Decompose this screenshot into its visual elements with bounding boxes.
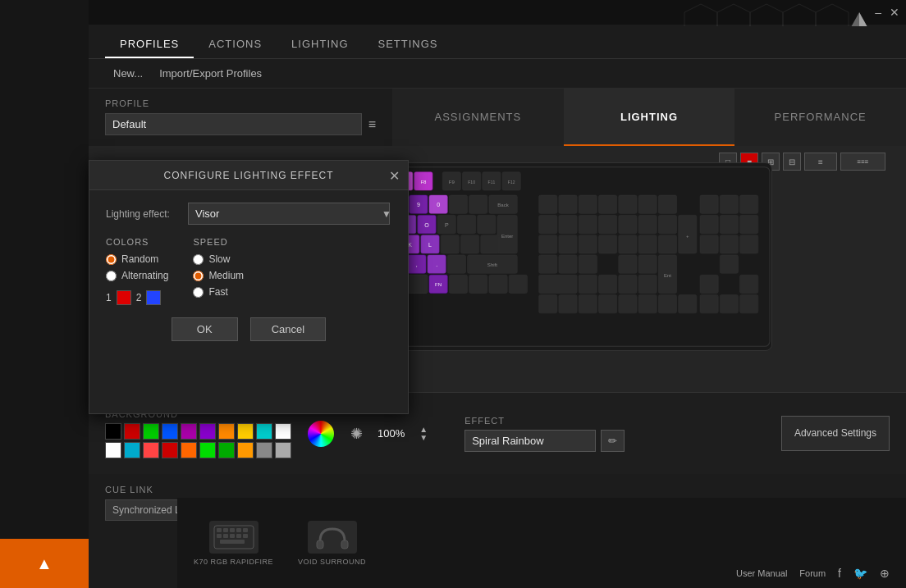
- tab-actions[interactable]: ACTIONS: [194, 31, 277, 58]
- swatch-black[interactable]: [105, 423, 121, 440]
- social3-icon[interactable]: ⊕: [880, 567, 890, 580]
- swatch-white2[interactable]: [105, 442, 121, 458]
- nav-tabs: PROFILES ACTIONS LIGHTING SETTINGS: [89, 26, 906, 59]
- tab-lighting[interactable]: LIGHTING: [277, 31, 363, 58]
- svg-rect-154: [469, 275, 487, 293]
- swatch-darkgreen[interactable]: [218, 442, 235, 458]
- swatch-violet[interactable]: [199, 423, 216, 440]
- svg-rect-224: [236, 534, 241, 538]
- svg-rect-158: [559, 195, 577, 213]
- swatch-darkred[interactable]: [162, 442, 178, 458]
- svg-rect-117: [441, 235, 459, 253]
- svg-rect-195: [598, 295, 616, 313]
- lighting-effect-select[interactable]: Visor: [188, 203, 390, 225]
- dialog-close-button[interactable]: ✕: [389, 167, 400, 183]
- swatch-orange[interactable]: [218, 423, 235, 440]
- swatch-lightgray[interactable]: [275, 442, 291, 458]
- fast-option: Fast: [193, 286, 244, 298]
- svg-rect-174: [559, 235, 577, 253]
- effect-select[interactable]: Spiral Rainbow: [464, 430, 596, 452]
- svg-rect-161: [559, 215, 577, 233]
- medium-radio[interactable]: [193, 271, 204, 281]
- kb-tool-2[interactable]: ⊟: [783, 153, 801, 171]
- tab-lighting-content[interactable]: LIGHTING: [564, 89, 735, 146]
- tab-assignments[interactable]: ASSIGNMENTS: [392, 89, 564, 146]
- swatch-darkorange[interactable]: [181, 442, 197, 458]
- import-export-link[interactable]: Import/Export Profiles: [159, 67, 262, 80]
- effect-label: EFFECT: [464, 416, 625, 426]
- device-keyboard-card[interactable]: K70 RGB RAPIDFIRE: [194, 521, 273, 566]
- svg-rect-222: [223, 534, 228, 538]
- close-button[interactable]: ✕: [890, 7, 899, 18]
- slow-radio[interactable]: [193, 254, 204, 265]
- tab-profiles[interactable]: PROFILES: [105, 31, 194, 58]
- forum-link[interactable]: Forum: [799, 568, 826, 578]
- kb-tool-4[interactable]: ≡≡≡: [840, 153, 885, 171]
- profile-bar: PROFILE Default ≡: [89, 89, 392, 146]
- ok-button[interactable]: OK: [172, 317, 238, 341]
- swatch-yellow[interactable]: [237, 423, 254, 440]
- swatch-blue[interactable]: [162, 423, 178, 440]
- swatch-green[interactable]: [143, 423, 159, 440]
- advanced-settings-button[interactable]: Advanced Settings: [781, 416, 890, 451]
- fast-radio[interactable]: [193, 287, 204, 298]
- color-wheel-button[interactable]: [308, 421, 334, 447]
- svg-rect-165: [619, 195, 637, 213]
- svg-rect-163: [598, 215, 616, 233]
- profile-menu-button[interactable]: ≡: [368, 117, 376, 132]
- svg-text:Back: Back: [497, 203, 509, 207]
- svg-rect-217: [223, 528, 228, 532]
- kb-tool-3[interactable]: ≡: [804, 153, 837, 171]
- swatch-purple[interactable]: [181, 423, 197, 440]
- svg-rect-209: [720, 255, 738, 273]
- brightness-icon: ✺: [350, 425, 363, 443]
- sidebar-expand-btn[interactable]: ▲: [0, 539, 89, 588]
- profile-select[interactable]: Default: [105, 113, 362, 135]
- swatch-brightgreen[interactable]: [199, 442, 216, 458]
- swatch-amber[interactable]: [237, 442, 254, 458]
- svg-rect-192: [539, 295, 557, 313]
- facebook-icon[interactable]: f: [838, 567, 841, 580]
- swatch-lightred[interactable]: [143, 442, 159, 458]
- user-manual-link[interactable]: User Manual: [736, 568, 787, 578]
- swatch-red[interactable]: [124, 423, 140, 440]
- swatch-cyan[interactable]: [124, 442, 140, 458]
- color1-swatch[interactable]: [117, 290, 131, 305]
- svg-rect-172: [658, 195, 676, 213]
- svg-text:L: L: [428, 242, 432, 248]
- color2-swatch[interactable]: [146, 290, 161, 305]
- tab-settings[interactable]: SETTINGS: [364, 31, 453, 58]
- swatch-white[interactable]: [275, 423, 291, 440]
- svg-rect-164: [598, 195, 616, 213]
- svg-rect-196: [619, 295, 637, 313]
- cancel-button[interactable]: Cancel: [250, 317, 326, 341]
- brightness-up[interactable]: ▲: [419, 426, 428, 434]
- svg-rect-184: [638, 255, 657, 273]
- svg-rect-176: [598, 235, 616, 253]
- tab-performance[interactable]: PERFORMANCE: [734, 89, 906, 146]
- new-link[interactable]: New...: [113, 67, 143, 80]
- random-radio[interactable]: [106, 254, 117, 265]
- svg-rect-156: [509, 275, 527, 293]
- effect-edit-button[interactable]: ✏: [601, 430, 625, 452]
- twitter-icon[interactable]: 🐦: [853, 567, 867, 580]
- brightness-down[interactable]: ▼: [419, 434, 428, 442]
- color2-num: 2: [136, 292, 142, 303]
- svg-rect-166: [619, 215, 637, 233]
- svg-rect-225: [243, 534, 248, 538]
- svg-text:Shift: Shift: [487, 262, 497, 267]
- svg-rect-180: [539, 255, 557, 273]
- device-headset-card[interactable]: VOID SURROUND: [298, 521, 366, 566]
- svg-text:Ent: Ent: [664, 273, 671, 278]
- alternating-radio[interactable]: [106, 271, 117, 281]
- svg-rect-178: [638, 235, 657, 253]
- svg-rect-218: [230, 528, 235, 532]
- effect-section: EFFECT Spiral Rainbow ✏: [464, 416, 625, 452]
- svg-rect-223: [230, 534, 235, 538]
- swatch-teal[interactable]: [256, 423, 272, 440]
- profile-label: PROFILE: [105, 98, 376, 108]
- svg-text:F9: F9: [449, 180, 455, 185]
- svg-rect-94: [478, 215, 496, 233]
- swatch-gray[interactable]: [256, 442, 272, 458]
- svg-text:O: O: [424, 222, 429, 229]
